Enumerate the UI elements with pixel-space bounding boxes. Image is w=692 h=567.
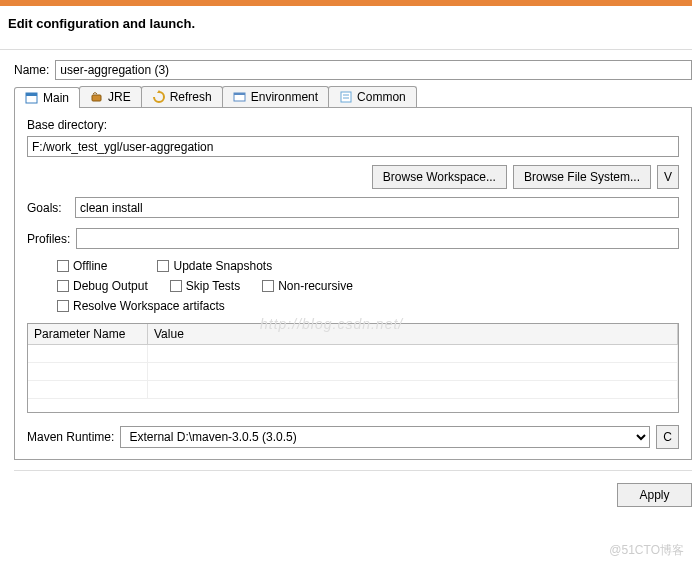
svg-rect-5 bbox=[341, 92, 351, 102]
jre-icon bbox=[90, 90, 104, 104]
maven-runtime-select[interactable]: External D:\maven-3.0.5 (3.0.5) bbox=[120, 426, 650, 448]
variables-button[interactable]: V bbox=[657, 165, 679, 189]
dialog-footer: Apply bbox=[14, 470, 692, 507]
tab-environment[interactable]: Environment bbox=[222, 86, 329, 107]
name-input[interactable] bbox=[55, 60, 692, 80]
profiles-label: Profiles: bbox=[27, 232, 70, 246]
options-group: Offline Update Snapshots Debug Output Sk… bbox=[27, 253, 679, 323]
tab-environment-label: Environment bbox=[251, 90, 318, 104]
tab-refresh[interactable]: Refresh bbox=[141, 86, 223, 107]
maven-runtime-label: Maven Runtime: bbox=[27, 430, 114, 444]
table-row[interactable] bbox=[28, 363, 678, 381]
parameters-table[interactable]: Parameter Name Value bbox=[27, 323, 679, 413]
watermark-brand: @51CTO博客 bbox=[609, 542, 684, 559]
resolve-workspace-checkbox[interactable]: Resolve Workspace artifacts bbox=[57, 299, 225, 313]
environment-icon bbox=[233, 90, 247, 104]
base-dir-input[interactable] bbox=[27, 136, 679, 157]
debug-output-checkbox[interactable]: Debug Output bbox=[57, 279, 148, 293]
tab-bar: Main JRE Refresh Environment Common bbox=[14, 86, 692, 108]
tab-jre[interactable]: JRE bbox=[79, 86, 142, 107]
column-parameter-name[interactable]: Parameter Name bbox=[28, 324, 148, 344]
dialog-title: Edit configuration and launch. bbox=[0, 6, 692, 50]
name-label: Name: bbox=[14, 63, 49, 77]
common-icon bbox=[339, 90, 353, 104]
configure-button[interactable]: C bbox=[656, 425, 679, 449]
tab-main-label: Main bbox=[43, 91, 69, 105]
tab-main-icon bbox=[25, 91, 39, 105]
goals-input[interactable] bbox=[75, 197, 679, 218]
refresh-icon bbox=[152, 90, 166, 104]
base-dir-label: Base directory: bbox=[27, 118, 679, 132]
update-snapshots-checkbox[interactable]: Update Snapshots bbox=[157, 259, 272, 273]
table-row[interactable] bbox=[28, 381, 678, 399]
tab-jre-label: JRE bbox=[108, 90, 131, 104]
non-recursive-checkbox[interactable]: Non-recursive bbox=[262, 279, 353, 293]
skip-tests-checkbox[interactable]: Skip Tests bbox=[170, 279, 240, 293]
tab-common-label: Common bbox=[357, 90, 406, 104]
svg-rect-4 bbox=[234, 93, 245, 95]
browse-filesystem-button[interactable]: Browse File System... bbox=[513, 165, 651, 189]
table-row[interactable] bbox=[28, 345, 678, 363]
content-area: Name: Main JRE Refresh Environment bbox=[0, 50, 692, 507]
main-panel: Base directory: Browse Workspace... Brow… bbox=[14, 108, 692, 460]
tab-common[interactable]: Common bbox=[328, 86, 417, 107]
svg-rect-2 bbox=[92, 95, 101, 101]
svg-rect-1 bbox=[26, 93, 37, 96]
browse-workspace-button[interactable]: Browse Workspace... bbox=[372, 165, 507, 189]
goals-label: Goals: bbox=[27, 201, 69, 215]
column-value[interactable]: Value bbox=[148, 324, 678, 344]
tab-main[interactable]: Main bbox=[14, 87, 80, 108]
offline-checkbox[interactable]: Offline bbox=[57, 259, 107, 273]
profiles-input[interactable] bbox=[76, 228, 679, 249]
apply-button[interactable]: Apply bbox=[617, 483, 692, 507]
tab-refresh-label: Refresh bbox=[170, 90, 212, 104]
